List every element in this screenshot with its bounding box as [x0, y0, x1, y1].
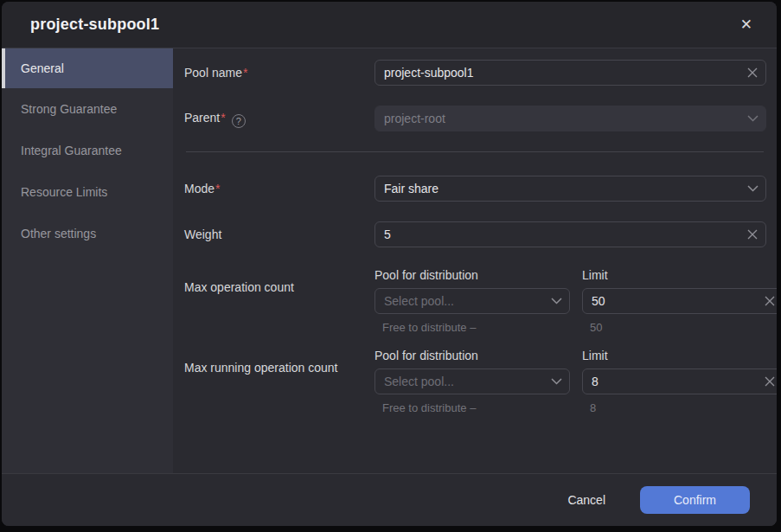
mode-row: Mode* — [184, 176, 766, 202]
general-settings-panel: Pool name* Parent*? — [173, 48, 777, 473]
parent-row: Parent*? — [184, 106, 766, 131]
pool-for-distribution-label: Pool for distribution — [374, 349, 570, 362]
max-running-operation-count-label-wrap: Max running operation count — [184, 349, 374, 417]
sidebar-item-label: Resource Limits — [21, 185, 107, 199]
pool-edit-dialog: project-subpool1 ✕ General Strong Guaran… — [2, 2, 777, 526]
max-operation-count-label-wrap: Max operation count — [184, 268, 374, 337]
mode-label: Mode — [184, 182, 214, 195]
limit-label: Limit — [582, 349, 777, 362]
pool-name-label: Pool name — [184, 66, 242, 80]
help-icon[interactable]: ? — [232, 114, 246, 128]
sidebar-item-strong-guarantee[interactable]: Strong Guarantee — [2, 88, 173, 130]
max-running-pool-select[interactable] — [374, 369, 570, 394]
clear-icon[interactable] — [757, 369, 777, 394]
max-operation-count-group: Max operation count Pool for distributio… — [184, 268, 766, 337]
dialog-body: General Strong Guarantee Integral Guaran… — [2, 48, 777, 473]
pool-name-row: Pool name* — [184, 60, 766, 86]
sidebar-item-label: Strong Guarantee — [21, 102, 117, 116]
dialog-footer: Cancel Confirm — [2, 473, 777, 526]
chevron-down-icon[interactable] — [739, 176, 765, 201]
clear-icon[interactable] — [757, 289, 777, 313]
free-to-distribute-value: 50 — [582, 321, 777, 337]
pool-name-input[interactable] — [375, 61, 739, 85]
max-op-pool-select[interactable] — [374, 288, 570, 314]
max-running-operation-count-group: Max running operation count Pool for dis… — [184, 349, 766, 417]
limit-label: Limit — [582, 268, 777, 282]
settings-nav-sidebar: General Strong Guarantee Integral Guaran… — [2, 48, 173, 473]
clear-icon[interactable] — [739, 222, 765, 247]
free-to-distribute-value: 8 — [582, 401, 777, 417]
max-op-limit-field — [582, 288, 777, 314]
max-running-limit-input[interactable] — [583, 369, 757, 394]
clear-icon[interactable] — [739, 61, 765, 85]
sidebar-item-integral-guarantee[interactable]: Integral Guarantee — [2, 130, 173, 171]
pool-for-distribution-label: Pool for distribution — [374, 268, 570, 282]
chevron-down-icon — [739, 106, 765, 131]
weight-label-wrap: Weight — [184, 227, 374, 242]
mode-label-wrap: Mode* — [184, 181, 374, 196]
required-asterisk: * — [221, 111, 225, 125]
max-running-pool-select-input[interactable] — [375, 369, 543, 394]
free-to-distribute-label: Free to distribute – — [374, 321, 570, 337]
sidebar-item-other-settings[interactable]: Other settings — [2, 213, 173, 254]
max-running-limit-field — [582, 369, 777, 394]
sidebar-item-general[interactable]: General — [2, 48, 173, 88]
sidebar-item-label: Other settings — [21, 227, 96, 240]
weight-field — [374, 221, 766, 247]
weight-label: Weight — [184, 228, 221, 241]
cancel-button[interactable]: Cancel — [552, 486, 621, 514]
parent-select — [374, 106, 766, 131]
section-divider — [186, 151, 764, 152]
mode-select-value[interactable] — [375, 176, 739, 201]
dialog-title: project-subpool1 — [30, 16, 159, 34]
sidebar-item-label: General — [21, 61, 64, 75]
required-asterisk: * — [243, 66, 247, 80]
sidebar-item-label: Integral Guarantee — [21, 144, 122, 157]
pool-name-label-wrap: Pool name* — [184, 65, 374, 80]
max-operation-count-label: Max operation count — [184, 280, 294, 294]
dialog-header: project-subpool1 ✕ — [2, 2, 777, 48]
max-op-limit-input[interactable] — [583, 289, 757, 313]
max-running-operation-count-label: Max running operation count — [184, 361, 337, 375]
confirm-button[interactable]: Confirm — [640, 486, 750, 514]
max-op-pool-select-input[interactable] — [375, 289, 543, 313]
pool-name-field — [374, 60, 766, 86]
chevron-down-icon[interactable] — [543, 369, 569, 394]
weight-input[interactable] — [375, 222, 739, 247]
parent-label: Parent — [184, 111, 220, 125]
chevron-down-icon[interactable] — [543, 289, 569, 313]
close-icon[interactable]: ✕ — [737, 14, 756, 35]
required-asterisk: * — [215, 182, 220, 195]
free-to-distribute-label: Free to distribute – — [374, 401, 570, 417]
sidebar-item-resource-limits[interactable]: Resource Limits — [2, 171, 173, 213]
parent-select-value — [375, 106, 739, 131]
mode-select[interactable] — [374, 176, 766, 202]
weight-row: Weight — [184, 221, 766, 247]
parent-label-wrap: Parent*? — [184, 110, 374, 128]
